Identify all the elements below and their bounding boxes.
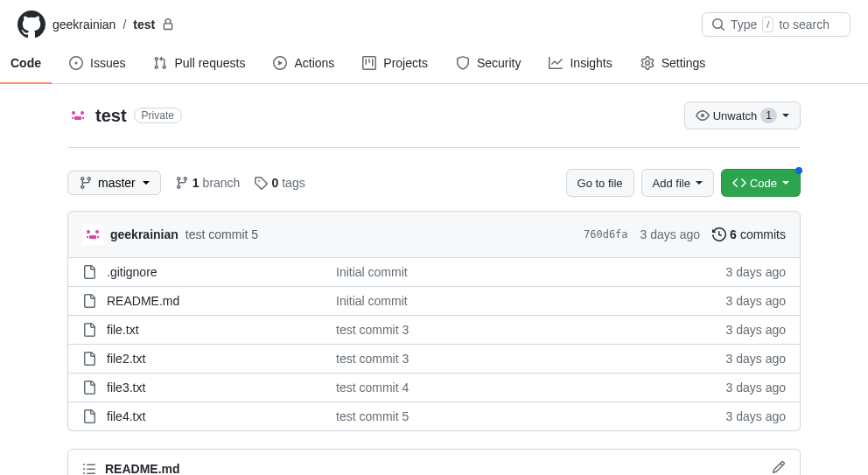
visibility-badge: Private (134, 108, 182, 123)
file-row: file.txttest commit 33 days ago (68, 315, 800, 344)
tab-insights[interactable]: Insights (538, 49, 622, 84)
file-commit-message[interactable]: test commit 5 (336, 409, 716, 423)
commits-link[interactable]: 6 commits (712, 227, 786, 241)
issues-icon (69, 56, 83, 70)
file-date: 3 days ago (726, 409, 787, 423)
actions-icon (273, 56, 287, 70)
breadcrumb-owner[interactable]: geekrainian (52, 17, 116, 31)
readme-title: README.md (105, 462, 180, 476)
code-icon (732, 176, 746, 190)
readme-box: README.md (67, 449, 801, 475)
file-icon (82, 265, 96, 279)
file-icon (82, 323, 96, 337)
lock-icon (162, 18, 174, 31)
latest-commit-bar: geekrainian test commit 5 760d6fa 3 days… (67, 211, 801, 258)
file-list: .gitignoreInitial commit3 days agoREADME… (67, 258, 801, 431)
file-commit-message[interactable]: test commit 4 (336, 381, 716, 395)
search-icon (711, 17, 725, 31)
svg-rect-5 (82, 117, 84, 119)
commit-date: 3 days ago (640, 227, 701, 241)
insights-icon (549, 56, 563, 70)
projects-icon (362, 56, 376, 70)
branch-count[interactable]: 1 branch (175, 176, 241, 190)
commit-message[interactable]: test commit 5 (186, 227, 258, 241)
file-icon (82, 381, 96, 395)
file-date: 3 days ago (726, 265, 787, 279)
file-link[interactable]: file4.txt (107, 409, 145, 423)
tab-settings[interactable]: Settings (630, 49, 717, 84)
avatar[interactable] (82, 224, 103, 245)
add-file-button[interactable]: Add file (641, 169, 714, 197)
eye-icon (696, 108, 710, 122)
file-row: README.mdInitial commit3 days ago (68, 286, 800, 315)
tab-issues[interactable]: Issues (59, 49, 136, 84)
branch-icon (79, 176, 93, 190)
svg-rect-3 (74, 116, 81, 120)
search-input[interactable]: Type / to search (702, 12, 850, 37)
file-date: 3 days ago (726, 352, 787, 366)
security-icon (456, 56, 470, 70)
file-commit-message[interactable]: Initial commit (336, 265, 716, 279)
pencil-icon (772, 460, 786, 474)
chevron-down-icon (782, 181, 789, 185)
tab-actions[interactable]: Actions (262, 49, 345, 84)
svg-rect-4 (72, 117, 74, 119)
tag-icon (254, 176, 268, 190)
file-link[interactable]: file.txt (107, 323, 139, 337)
branch-icon (175, 176, 189, 190)
file-row: .gitignoreInitial commit3 days ago (68, 258, 800, 286)
file-row: file2.txttest commit 33 days ago (68, 344, 800, 373)
gear-icon (640, 56, 654, 70)
branch-selector[interactable]: master (67, 171, 161, 195)
svg-point-1 (72, 111, 75, 115)
file-date: 3 days ago (726, 294, 787, 308)
file-commit-message[interactable]: test commit 3 (336, 352, 716, 366)
file-icon (82, 409, 96, 423)
svg-point-0 (68, 106, 88, 125)
repo-avatar (67, 105, 88, 126)
edit-readme-button[interactable] (772, 460, 786, 475)
chevron-down-icon (782, 114, 789, 117)
unwatch-count: 1 (760, 108, 777, 123)
search-key-hint: / (762, 17, 774, 32)
file-link[interactable]: file3.txt (107, 381, 145, 395)
svg-point-8 (95, 230, 99, 234)
chevron-down-icon (696, 181, 703, 185)
file-row: file3.txttest commit 43 days ago (68, 373, 800, 402)
svg-rect-10 (87, 236, 88, 238)
chevron-down-icon (143, 181, 150, 185)
list-icon[interactable] (82, 462, 96, 476)
file-row: file4.txttest commit 53 days ago (68, 402, 800, 430)
file-link[interactable]: README.md (107, 294, 179, 308)
tab-projects[interactable]: Projects (352, 49, 438, 84)
history-icon (712, 227, 726, 241)
code-button[interactable]: Code (721, 169, 801, 197)
svg-rect-9 (89, 235, 96, 239)
file-icon (82, 352, 96, 366)
file-date: 3 days ago (726, 323, 787, 337)
file-link[interactable]: .gitignore (107, 265, 158, 279)
commit-author[interactable]: geekrainian (110, 227, 178, 241)
pull-request-icon (153, 56, 167, 70)
svg-point-2 (80, 111, 84, 115)
file-icon (82, 294, 96, 308)
go-to-file-button[interactable]: Go to file (566, 169, 634, 197)
file-date: 3 days ago (726, 381, 787, 395)
tab-code[interactable]: Code (0, 49, 52, 84)
file-commit-message[interactable]: test commit 3 (336, 323, 716, 337)
commit-hash[interactable]: 760d6fa (584, 228, 628, 241)
breadcrumb-repo[interactable]: test (133, 17, 155, 31)
tab-pull-requests[interactable]: Pull requests (143, 49, 256, 84)
svg-rect-11 (97, 236, 99, 238)
github-logo-icon[interactable] (18, 10, 46, 38)
tab-security[interactable]: Security (445, 49, 532, 84)
unwatch-button[interactable]: Unwatch 1 (684, 101, 801, 129)
svg-point-7 (87, 230, 90, 234)
file-link[interactable]: file2.txt (107, 352, 145, 366)
file-commit-message[interactable]: Initial commit (336, 294, 716, 308)
svg-rect-6 (82, 224, 103, 245)
repo-title: test (95, 106, 127, 126)
breadcrumb: geekrainian / test (52, 17, 695, 31)
tag-count[interactable]: 0 tags (254, 176, 304, 190)
